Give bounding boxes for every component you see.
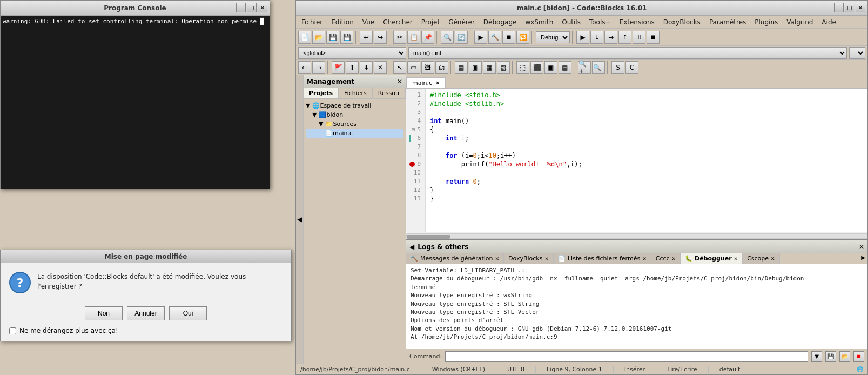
logs-close-icon[interactable]: ✕ xyxy=(859,243,864,251)
tree-project[interactable]: ▼ 🟦 bidon xyxy=(306,110,403,119)
oui-button[interactable]: Oui xyxy=(169,306,207,320)
ide-close-button[interactable]: ✕ xyxy=(856,3,865,12)
menu-plugins[interactable]: Plugins xyxy=(751,17,781,27)
tb2-a1-button[interactable]: ▤ xyxy=(455,61,468,74)
tb2-img2-button[interactable]: 🗂 xyxy=(435,61,448,74)
tb2-b4-button[interactable]: ▤ xyxy=(559,61,571,74)
tb2-a3-button[interactable]: ▦ xyxy=(483,61,496,74)
menu-debogage[interactable]: Débogage xyxy=(480,17,520,27)
logs-tab-cccc[interactable]: Cccc ✕ xyxy=(651,253,681,264)
tree-workspace[interactable]: ▼ 🌐 Espace de travail xyxy=(306,101,403,110)
cmd-dropdown-button[interactable]: ▼ xyxy=(811,351,822,362)
menu-fichier[interactable]: Fichier xyxy=(298,17,326,27)
fold-5-icon[interactable]: ⊟ xyxy=(412,125,415,134)
editor-scrollbar[interactable] xyxy=(406,232,867,239)
menu-projet[interactable]: Projet xyxy=(418,17,443,27)
menu-vue[interactable]: Vue xyxy=(359,17,378,27)
command-input[interactable] xyxy=(445,351,808,362)
menu-tools-plus[interactable]: Tools+ xyxy=(586,17,614,27)
tb-new-button[interactable]: 📄 xyxy=(298,31,311,44)
tab-fichiers[interactable]: Fichiers xyxy=(339,88,373,98)
tb-save-button[interactable]: 💾 xyxy=(326,31,339,44)
tb-run-button[interactable]: ▶ xyxy=(474,31,487,44)
non-button[interactable]: Non xyxy=(85,306,123,320)
tb-debug-step-button[interactable]: ↓ xyxy=(590,31,603,44)
tb2-next-bookmark-button[interactable]: ⬇ xyxy=(360,61,373,74)
tb2-a4-button[interactable]: ▧ xyxy=(497,61,510,74)
tb2-back-button[interactable]: ← xyxy=(298,61,311,74)
tb-stop-button[interactable]: ⏹ xyxy=(502,31,515,44)
editor-tab-main-c[interactable]: main.c ✕ xyxy=(406,77,446,88)
logs-tab-cscope[interactable]: Cscope ✕ xyxy=(743,253,780,264)
console-close-button[interactable]: ✕ xyxy=(258,3,267,12)
tb2-zoom-in-button[interactable]: 🔍+ xyxy=(578,61,591,74)
logs-left-arrow[interactable]: ◀ xyxy=(409,243,414,251)
logs-tab-closed-files[interactable]: 📄 Liste des fichiers fermés ✕ xyxy=(554,253,651,264)
tb-back-button[interactable]: ↩ xyxy=(360,31,373,44)
tb-debug-out-button[interactable]: ↑ xyxy=(618,31,631,44)
tree-sources[interactable]: ▼ 📁 Sources xyxy=(306,119,403,129)
function-select[interactable]: main() : int xyxy=(408,47,847,59)
tb2-b2-button[interactable]: ⬛ xyxy=(530,61,543,74)
tb-debug-start-button[interactable]: ▶ xyxy=(576,31,589,44)
tb2-b3-button[interactable]: ▣ xyxy=(544,61,557,74)
tb2-cursor-button[interactable]: ↖ xyxy=(393,61,406,74)
menu-valgrind[interactable]: Valgrind xyxy=(783,17,816,27)
tb-debug-pause-button[interactable]: ⏸ xyxy=(633,31,645,44)
scope-select[interactable]: <global> xyxy=(298,47,406,59)
dont-ask-checkbox[interactable] xyxy=(9,327,16,334)
tb-build-button[interactable]: 🔨 xyxy=(488,31,501,44)
ide-maximize-button[interactable]: □ xyxy=(845,3,854,12)
cmd-stop-button[interactable]: ⏹ xyxy=(853,351,864,362)
menu-parametres[interactable]: Paramètres xyxy=(706,17,749,27)
logs-tab-cccc-close[interactable]: ✕ xyxy=(672,256,676,262)
tb-search-button[interactable]: 🔍 xyxy=(441,31,454,44)
tb2-fwd-button[interactable]: → xyxy=(312,61,325,74)
cmd-save-button[interactable]: 💾 xyxy=(825,351,836,362)
tb-rebuild-button[interactable]: 🔁 xyxy=(516,31,529,44)
tb2-img-button[interactable]: 🖼 xyxy=(421,61,434,74)
console-maximize-button[interactable]: □ xyxy=(247,3,257,12)
tb-open-button[interactable]: 📂 xyxy=(312,31,325,44)
tab-ressou[interactable]: Ressou xyxy=(373,88,405,98)
tb2-b1-button[interactable]: ⬚ xyxy=(516,61,529,74)
tb2-c-button[interactable]: C xyxy=(625,61,638,74)
tb-debug-next-button[interactable]: → xyxy=(604,31,617,44)
console-minimize-button[interactable]: _ xyxy=(236,3,246,12)
menu-edition[interactable]: Edition xyxy=(328,17,357,27)
logs-tab-debugger[interactable]: 🐛 Débogguer ✕ xyxy=(681,253,743,264)
logs-tab-debugger-close[interactable]: ✕ xyxy=(734,256,738,262)
menu-wxsmith[interactable]: wxSmith xyxy=(522,17,556,27)
tb2-prev-bookmark-button[interactable]: ⬆ xyxy=(346,61,359,74)
logs-tab-doxyblocks[interactable]: DoxyBlocks ✕ xyxy=(504,253,554,264)
extra-select[interactable]: ▼ xyxy=(849,47,865,59)
tb2-zoom-out-button[interactable]: 🔍- xyxy=(592,61,605,74)
code-editor[interactable]: 1 2 3 4 ⊟5 6 7 8 9 10 11 xyxy=(406,89,867,232)
tb-save-all-button[interactable]: 💾 xyxy=(340,31,353,44)
tb2-clear-bookmarks-button[interactable]: ✕ xyxy=(374,61,387,74)
tb-copy-button[interactable]: 📋 xyxy=(407,31,420,44)
debug-mode-select[interactable]: Debug xyxy=(536,31,570,43)
logs-tab-messages-close[interactable]: ✕ xyxy=(495,256,500,262)
tb-fwd-button[interactable]: ↪ xyxy=(374,31,387,44)
code-content[interactable]: #include <stdio.h>#include <stdlib.h> in… xyxy=(426,89,867,232)
editor-tab-close-icon[interactable]: ✕ xyxy=(435,80,440,86)
tb2-s-button[interactable]: S xyxy=(611,61,624,74)
cmd-open-button[interactable]: 📂 xyxy=(839,351,850,362)
tb2-a2-button[interactable]: ▣ xyxy=(469,61,482,74)
tree-main-c[interactable]: 📄 main.c xyxy=(306,129,403,138)
logs-tab-messages[interactable]: 🔨 Messages de génération ✕ xyxy=(406,253,504,264)
annuler-button[interactable]: Annuler xyxy=(127,306,165,320)
logs-tab-closed-files-close[interactable]: ✕ xyxy=(642,256,647,262)
menu-outils[interactable]: Outils xyxy=(559,17,584,27)
management-close-icon[interactable]: ✕ xyxy=(397,78,402,85)
logs-right-arrow[interactable]: ▶ xyxy=(859,253,867,264)
ide-minimize-button[interactable]: _ xyxy=(834,3,844,12)
menu-chercher[interactable]: Chercher xyxy=(380,17,416,27)
menu-doxyblocks[interactable]: DoxyBlocks xyxy=(660,17,704,27)
tb-debug-stop-button[interactable]: ⏹ xyxy=(647,31,660,44)
tb-paste-button[interactable]: 📌 xyxy=(421,31,434,44)
tab-projets[interactable]: Projets xyxy=(304,88,339,98)
left-panel-collapse-button[interactable]: ◀ xyxy=(296,75,304,364)
tb2-bookmark-button[interactable]: 🚩 xyxy=(332,61,345,74)
